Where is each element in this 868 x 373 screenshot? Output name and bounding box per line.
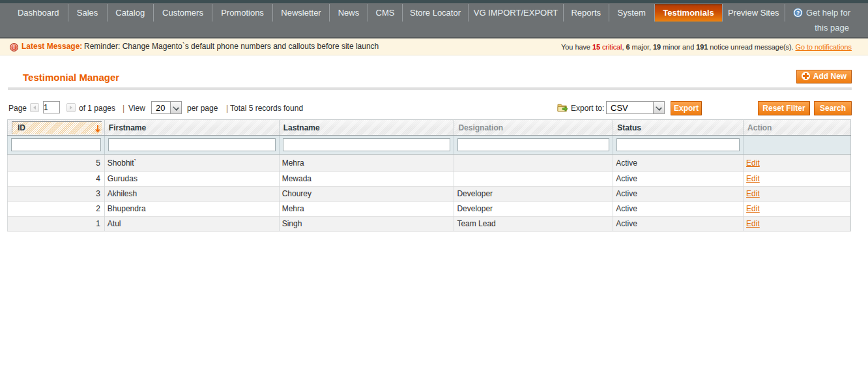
svg-text:?: ? bbox=[796, 10, 800, 16]
